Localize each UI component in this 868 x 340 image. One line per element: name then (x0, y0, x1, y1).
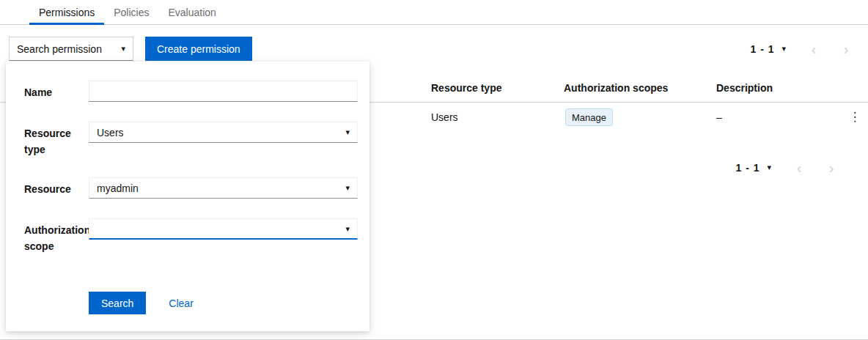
pagination-caret-icon[interactable]: ▾ (781, 44, 786, 53)
name-field-label: Name (24, 81, 89, 100)
pagination-prev-button[interactable]: ‹ (798, 37, 830, 61)
clear-button[interactable]: Clear (169, 298, 193, 309)
authorization-scope-field-label: Authorization scope (24, 218, 89, 254)
chevron-down-icon: ▾ (345, 184, 350, 192)
row-kebab-menu-button[interactable]: ⋮ (846, 106, 864, 129)
angle-left-icon: ‹ (797, 160, 802, 176)
pagination-nav: ‹ › (798, 37, 862, 61)
toolbar: Search permission ▾ Create permission (0, 37, 868, 62)
pagination-top: 1 - 1 ▾ ‹ › (750, 37, 862, 61)
search-button[interactable]: Search (89, 292, 146, 314)
resource-type-field-row: Resource type Users ▾ (24, 122, 358, 158)
panel-actions: Search Clear (89, 292, 358, 314)
pagination-bottom: 1 - 1 ▾ ‹ › (735, 155, 847, 180)
tab-evaluation[interactable]: Evaluation (159, 0, 226, 24)
pagination-range: 1 - 1 (735, 162, 760, 174)
column-header-resource-type: Resource type (431, 73, 501, 103)
cell-description: – (716, 103, 722, 132)
chevron-down-icon: ▾ (345, 225, 350, 233)
authorization-scope-select[interactable]: ▾ (89, 218, 358, 240)
resource-type-field-label: Resource type (24, 122, 89, 158)
search-permission-panel: Name Resource type Users ▾ Resource myad… (6, 62, 369, 331)
tab-evaluation-label: Evaluation (169, 7, 216, 18)
pagination-range: 1 - 1 (750, 43, 774, 55)
column-header-description: Description (716, 73, 773, 103)
resource-select[interactable]: myadmin ▾ (89, 177, 358, 199)
kebab-menu-icon: ⋮ (849, 110, 861, 124)
scope-badge: Manage (565, 108, 613, 126)
pagination-next-button[interactable]: › (830, 37, 862, 61)
name-field-row: Name (24, 81, 358, 102)
column-header-authorization-scopes: Authorization scopes (564, 73, 668, 103)
name-input[interactable] (89, 81, 358, 102)
tab-policies-label: Policies (114, 7, 149, 18)
search-permission-dropdown-toggle[interactable]: Search permission ▾ (9, 37, 133, 61)
pagination-next-button[interactable]: › (815, 155, 847, 180)
tab-policies[interactable]: Policies (104, 0, 158, 24)
resource-type-select-value: Users (97, 127, 124, 138)
pagination-caret-icon[interactable]: ▾ (767, 163, 771, 172)
pagination-nav: ‹ › (783, 155, 847, 180)
tab-bar: Permissions Policies Evaluation (0, 0, 868, 25)
tab-permissions-label: Permissions (39, 7, 95, 18)
resource-field-row: Resource myadmin ▾ (24, 177, 358, 199)
angle-right-icon: › (829, 160, 834, 176)
create-permission-button[interactable]: Create permission (145, 37, 252, 61)
resource-select-value: myadmin (97, 182, 139, 194)
chevron-down-icon: ▾ (345, 128, 350, 136)
resource-field-label: Resource (24, 177, 89, 197)
permissions-page: Permissions Policies Evaluation Search p… (0, 0, 868, 340)
cell-resource-type: Users (431, 103, 458, 132)
tab-permissions[interactable]: Permissions (29, 0, 104, 24)
angle-left-icon: ‹ (812, 41, 817, 57)
resource-type-select[interactable]: Users ▾ (89, 122, 358, 143)
pagination-prev-button[interactable]: ‹ (783, 155, 815, 180)
authorization-scope-field-row: Authorization scope ▾ (24, 218, 358, 254)
search-permission-dropdown-label: Search permission (17, 43, 102, 55)
chevron-down-icon: ▾ (121, 45, 125, 53)
angle-right-icon: › (844, 41, 849, 57)
